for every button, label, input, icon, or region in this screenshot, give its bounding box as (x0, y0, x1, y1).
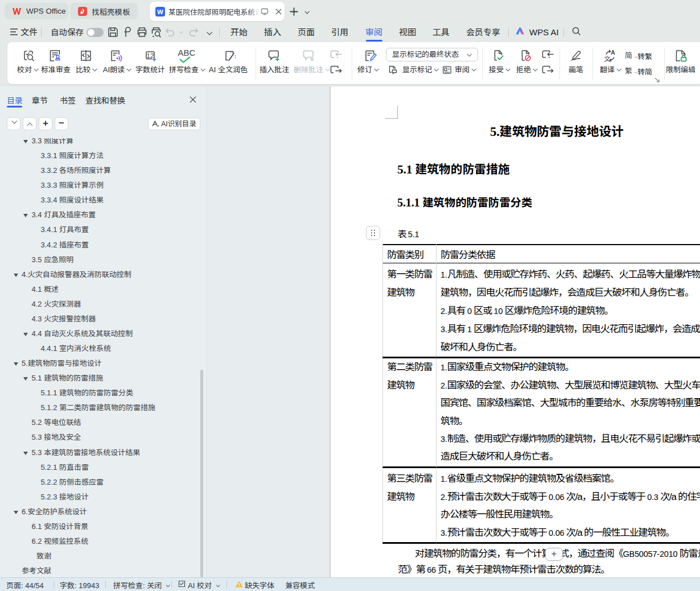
svg-text:12: 12 (147, 52, 154, 59)
svg-text:文: 文 (604, 54, 611, 63)
svg-text:A: A (611, 49, 615, 56)
svg-text:W: W (157, 8, 163, 15)
